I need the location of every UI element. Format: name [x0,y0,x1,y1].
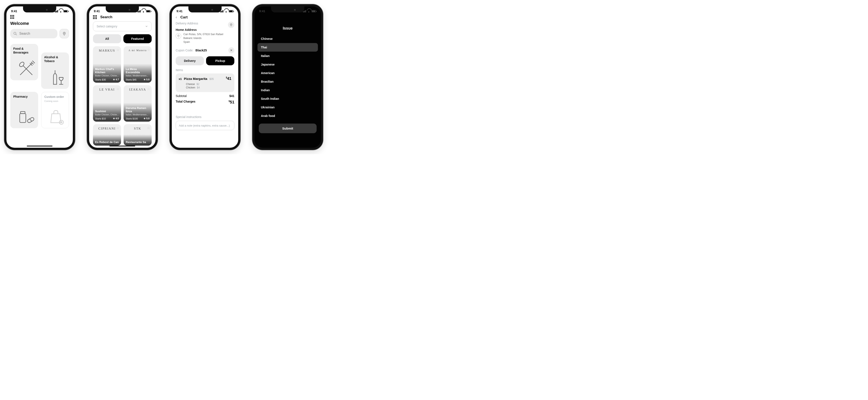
phone-welcome: 9:41 Welcome Search Food & Bevarages [4,4,75,150]
restaurant-card[interactable]: ☆ STK Restaurante Sa [124,124,152,145]
crossed-utensils-icon [16,59,36,79]
search-input[interactable]: Search [10,29,57,38]
bag-gear-icon [47,106,67,127]
address-icon [176,33,181,39]
category-title: Food & Bevarages [13,47,35,55]
restaurant-card[interactable]: ☆ MARKUS Markus Chef's Kitchen Butter Ch… [93,46,121,82]
phone-notch [271,6,304,12]
menu-grid-icon[interactable] [10,15,14,19]
status-icons [55,10,68,12]
location-pin-icon [62,32,66,36]
note-placeholder: Add a note (extra napkins, extra sause..… [179,124,230,127]
location-button[interactable] [60,29,69,38]
extra-name: Chicken [186,86,195,89]
restaurant-price: Starts $45 [126,78,136,81]
restaurant-name: Restaurante Sa [126,141,150,144]
battery-icon [311,10,316,12]
category-select[interactable]: Select category [93,22,152,31]
cuisine-option[interactable]: Indian [257,86,318,94]
extra-price: $4 [197,86,200,89]
cuisine-option[interactable]: Arab food [257,111,318,120]
battery-icon [63,10,68,12]
search-icon [13,32,17,36]
restaurant-card[interactable]: ☆ A mi Manera La Mesa Escondida Italian,… [124,46,152,82]
cuisine-option[interactable]: Thai [257,43,318,52]
restaurant-price: Starts $100 [126,118,138,120]
svg-point-10 [231,24,231,25]
svg-line-7 [30,119,32,121]
page-title: Welcome [10,21,69,26]
tab-featured[interactable]: Featured [123,34,152,43]
cuisine-option[interactable]: American [257,69,318,77]
address-pin-button[interactable] [228,22,234,28]
cuisine-option[interactable]: Chinese [257,34,318,43]
restaurant-card[interactable]: ☆ CIPRIANI Es Rebost de Can [93,124,121,145]
svg-line-1 [16,34,17,35]
cuisine-option[interactable]: Ukrainian [257,103,318,111]
item-extra: Cheese$2 [186,82,231,86]
tab-delivery[interactable]: Delivery [176,56,204,65]
restaurant-rating: ★ 5.0 [144,78,150,81]
category-food-beverages[interactable]: Food & Bevarages [10,44,38,80]
category-pharmacy[interactable]: Pharmacy [10,92,38,128]
svg-point-8 [59,120,63,125]
battery-icon [229,10,234,12]
restaurant-logo: STK [124,127,152,130]
category-subtitle: Coming soon [44,100,66,102]
restaurant-desc: Butter Chicken, Chicke... [95,113,119,116]
coupon-value: Black25 [195,48,207,52]
pills-icon [16,107,36,127]
category-title: Pharmacy [13,95,35,99]
cart-item: x1 Pizza Margarita $35 $41 Cheese$2Chick… [176,73,234,92]
status-icons [220,10,234,12]
wifi-icon [142,10,145,12]
note-input[interactable]: Add a note (extra napkins, extra sause..… [176,121,234,130]
address-lines: Can Rotas, S/N, 07816 San Rafael Baleari… [183,32,223,44]
restaurant-card[interactable]: ☆ IZAKAYA Daruma Ramen Ibiza Italian, Me… [124,85,152,122]
restaurant-logo: CIPRIANI [93,127,121,130]
cuisine-option[interactable]: Brasilian [257,77,318,86]
tab-pickup[interactable]: Pickup [206,56,234,65]
address-line-1: Can Rotas, S/N, 07816 San Rafael [183,32,223,36]
address-line-3: Spain [183,40,223,44]
restaurant-price: Starts $10 [95,118,106,120]
cuisine-option[interactable]: South Indian [257,94,318,103]
subtotal-value: $41 [229,94,234,98]
restaurant-card[interactable]: ☆ LE VRAI Sushimi Butter Chicken, Chicke… [93,85,121,122]
home-indicator[interactable] [110,145,135,146]
phone-cart: 9:41 ‹ Cart Delivery Address Home Addres… [170,4,240,150]
cuisine-option[interactable]: Italian [257,52,318,60]
address-title: Home Address [176,28,234,31]
svg-point-2 [64,33,65,34]
location-pin-icon [230,23,232,26]
category-alcohol-tobacco[interactable]: Alcohol & Tobaco [41,53,69,89]
item-qty: x1 [179,77,182,80]
coupon-clear-button[interactable]: ✕ [228,47,234,53]
restaurant-name: La Mesa Escondida [126,68,150,74]
submit-button[interactable]: Submit [259,124,317,133]
total-value: $51 [228,100,234,104]
wifi-icon [307,10,310,12]
svg-rect-4 [20,113,26,123]
coupon-label: Cupon Code: [176,48,193,52]
tab-all[interactable]: All [93,34,121,43]
special-instructions-label: Special instructions [176,115,234,119]
extra-price: $2 [196,82,199,86]
chevron-down-icon [145,25,148,28]
menu-grid-icon[interactable] [93,15,97,19]
phone-notch [23,6,56,12]
home-indicator[interactable] [27,145,53,146]
total-label: Total Charges [176,100,195,104]
select-placeholder: Select category [97,25,117,28]
category-title: Custom order [44,95,66,99]
back-icon[interactable]: ‹ [176,15,177,20]
restaurant-logo: LE VRAI [93,88,121,92]
cuisine-option[interactable]: Japanese [257,60,318,69]
restaurant-rating: ★ 5.0 [144,117,150,120]
restaurant-desc: Italian, Mediterranean... [126,113,150,116]
issue-sheet: Issue ChineseThaiItalianJapaneseAmerican… [257,21,318,145]
svg-rect-5 [21,111,25,114]
battery-icon [146,10,151,12]
restaurant-desc: Butter Chicken, Chicke... [95,74,119,77]
wifi-icon [224,10,228,12]
